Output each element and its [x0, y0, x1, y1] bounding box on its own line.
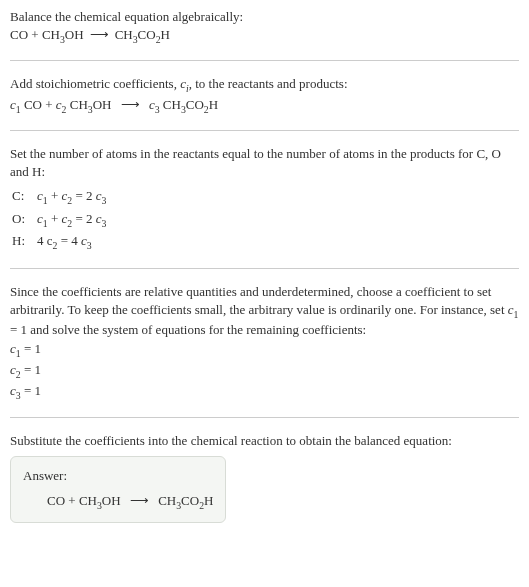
reactant-1: CO: [47, 493, 65, 508]
reactant-1: CO: [10, 27, 28, 42]
reaction-arrow: ⟶: [121, 96, 140, 114]
coeff-solution: c3 = 1: [10, 382, 519, 402]
coeff-solution: c2 = 1: [10, 361, 519, 381]
section-solve: Since the coefficients are relative quan…: [10, 283, 519, 418]
solve-text: Since the coefficients are relative quan…: [10, 283, 519, 340]
plus: +: [28, 27, 42, 42]
answer-box: Answer: CO + CH3OH ⟶ CH3CO2H: [10, 456, 226, 522]
element-label: H:: [12, 232, 35, 252]
answer-intro: Substitute the coefficients into the che…: [10, 432, 519, 450]
balance-eq: c1 + c2 = 2 c3: [37, 187, 112, 207]
table-row: O: c1 + c2 = 2 c3: [12, 210, 112, 230]
balance-equations: C: c1 + c2 = 2 c3 O: c1 + c2 = 2 c3 H: 4…: [10, 185, 114, 254]
table-row: C: c1 + c2 = 2 c3: [12, 187, 112, 207]
coefficient-solutions: c1 = 1 c2 = 1 c3 = 1: [10, 340, 519, 403]
element-label: C:: [12, 187, 35, 207]
section-answer: Substitute the coefficients into the che…: [10, 432, 519, 537]
answer-equation: CO + CH3OH ⟶ CH3CO2H: [23, 492, 213, 512]
section-atom-balance: Set the number of atoms in the reactants…: [10, 145, 519, 269]
atom-balance-title: Set the number of atoms in the reactants…: [10, 145, 519, 181]
section-add-coeffs: Add stoichiometric coefficients, ci, to …: [10, 75, 519, 130]
section-prompt: Balance the chemical equation algebraica…: [10, 8, 519, 61]
balance-eq: c1 + c2 = 2 c3: [37, 210, 112, 230]
prompt-title: Balance the chemical equation algebraica…: [10, 8, 519, 26]
reactant-2: CH3OH: [79, 493, 124, 508]
balance-eq: 4 c2 = 4 c3: [37, 232, 112, 252]
element-label: O:: [12, 210, 35, 230]
answer-label: Answer:: [23, 467, 213, 485]
add-coeffs-title: Add stoichiometric coefficients, ci, to …: [10, 75, 519, 95]
table-row: H: 4 c2 = 4 c3: [12, 232, 112, 252]
product-1: CH3CO2H: [115, 27, 170, 42]
reactant-2: CH3OH: [42, 27, 84, 42]
prompt-equation: CO + CH3OH⟶CH3CO2H: [10, 26, 519, 46]
coeff-equation: c1 CO + c2 CH3OH ⟶ c3 CH3CO2H: [10, 96, 519, 116]
product-1: CH3CO2H: [155, 493, 214, 508]
reaction-arrow: ⟶: [90, 26, 109, 44]
coeff-solution: c1 = 1: [10, 340, 519, 360]
reaction-arrow: ⟶: [130, 492, 149, 510]
